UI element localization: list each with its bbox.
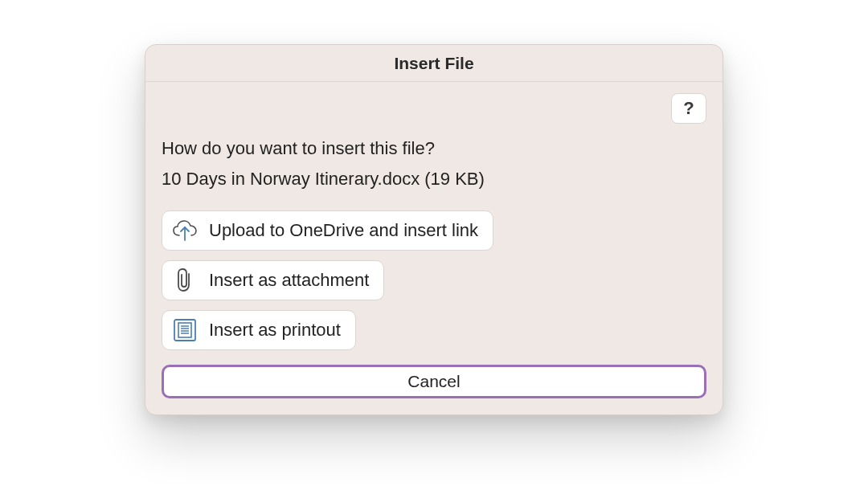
insert-attachment-button[interactable]: Insert as attachment — [162, 260, 384, 300]
svg-rect-2 — [178, 323, 191, 337]
dialog-title: Insert File — [394, 54, 473, 73]
printout-icon — [172, 317, 198, 343]
help-button[interactable]: ? — [671, 93, 706, 124]
cancel-button[interactable]: Cancel — [162, 365, 706, 398]
paperclip-icon — [172, 267, 198, 293]
help-icon: ? — [683, 98, 694, 119]
option-label: Insert as attachment — [209, 270, 369, 291]
insert-file-dialog: Insert File ? How do you want to insert … — [145, 44, 723, 415]
filename-label: 10 Days in Norway Itinerary.docx (19 KB) — [162, 169, 706, 190]
dialog-body: ? How do you want to insert this file? 1… — [145, 82, 723, 414]
cloud-upload-icon — [172, 218, 198, 243]
dialog-titlebar: Insert File — [145, 45, 723, 82]
option-label: Insert as printout — [209, 320, 341, 341]
options-list: Upload to OneDrive and insert link Inser… — [162, 210, 706, 350]
option-label: Upload to OneDrive and insert link — [209, 220, 478, 241]
insert-prompt: How do you want to insert this file? — [162, 138, 706, 159]
insert-printout-button[interactable]: Insert as printout — [162, 310, 356, 350]
upload-onedrive-button[interactable]: Upload to OneDrive and insert link — [162, 210, 493, 251]
cancel-label: Cancel — [407, 372, 460, 391]
